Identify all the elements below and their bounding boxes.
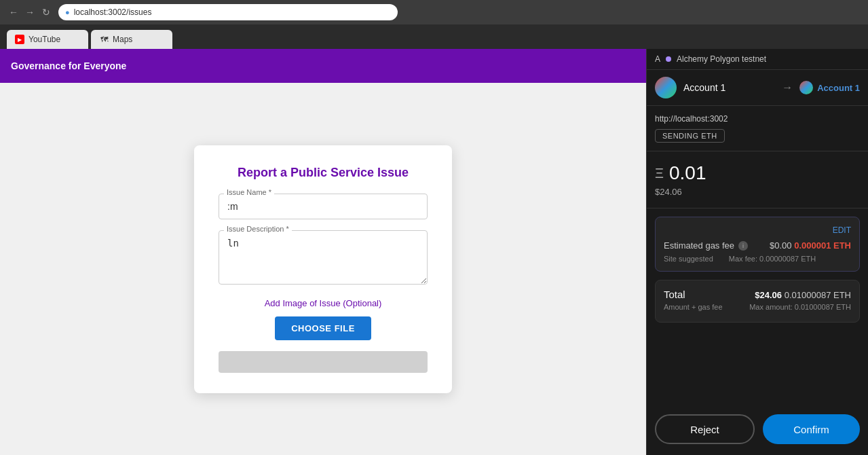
choose-file-button[interactable]: CHOOSE FILE [275, 316, 371, 340]
action-buttons: Reject Confirm [647, 403, 868, 455]
lock-icon: ● [65, 8, 70, 16]
to-account-avatar [799, 81, 813, 94]
to-account-name: Account 1 [817, 83, 860, 93]
submit-bar [219, 351, 428, 373]
tab-maps[interactable]: 🗺 Maps [91, 30, 172, 49]
page-body: Report a Public Service Issue Issue Name… [0, 83, 646, 455]
app-header: Governance for Everyone [0, 49, 646, 83]
add-image-link[interactable]: Add Image of Issue (Optional) [219, 298, 428, 308]
total-eth: 0.01000087 ETH [785, 290, 851, 300]
address-bar[interactable]: ● localhost:3002/issues [58, 4, 398, 20]
gas-fee-row: Estimated gas fee i $0.00 0.000001 ETH [664, 240, 851, 251]
account-arrow-icon: → [782, 81, 793, 94]
modal-title: Report a Public Service Issue [219, 166, 428, 180]
youtube-favicon: ▶ [15, 35, 24, 44]
maps-favicon: 🗺 [99, 35, 109, 44]
tab-maps-label: Maps [113, 35, 132, 44]
gas-eth-value: 0.000001 ETH [794, 240, 851, 251]
issue-name-input[interactable] [219, 194, 428, 219]
edit-gas-link[interactable]: EDIT [664, 225, 851, 235]
total-row: Total $24.06 0.01000087 ETH [664, 289, 851, 300]
tab-youtube[interactable]: ▶ YouTube [7, 30, 88, 49]
amount-gas-label: Amount + gas fee [664, 303, 723, 311]
network-label: Alchemy Polygon testnet [677, 54, 766, 64]
total-gas-row: Amount + gas fee Max amount: 0.01000087 … [664, 303, 851, 311]
issue-name-label: Issue Name * [224, 188, 274, 196]
issue-description-label: Issue Description * [224, 225, 292, 233]
amount-section: Ξ 0.01 $24.06 [647, 151, 868, 208]
back-button[interactable]: ← [8, 7, 19, 18]
network-bar: A Alchemy Polygon testnet [647, 49, 868, 70]
app-title: Governance for Everyone [11, 60, 126, 71]
address-text: localhost:3002/issues [74, 7, 152, 17]
issue-description-input[interactable]: ln [219, 230, 428, 285]
from-account-avatar [655, 77, 677, 98]
tabs-bar: ▶ YouTube 🗺 Maps [0, 24, 868, 49]
total-value: $24.06 0.01000087 ETH [755, 290, 851, 300]
from-account-name: Account 1 [683, 82, 775, 93]
gas-site-suggested: Site suggested Max fee: 0.00000087 ETH [664, 255, 851, 263]
reload-button[interactable]: ↻ [41, 7, 52, 18]
max-amount-label: Max amount: 0.01000087 ETH [749, 303, 851, 311]
metamask-panel: A Alchemy Polygon testnet Account 1 → Ac… [646, 49, 868, 455]
total-usd: $24.06 [755, 290, 782, 300]
gas-fee-section: EDIT Estimated gas fee i $0.00 0.000001 … [655, 217, 860, 272]
site-url: http://localhost:3002 [655, 114, 860, 124]
account-row[interactable]: Account 1 → Account 1 [647, 70, 868, 106]
sending-badge: SENDING ETH [655, 129, 725, 143]
amount-eth-display: Ξ 0.01 [655, 162, 860, 184]
browser-bar: ← → ↻ ● localhost:3002/issues [0, 0, 868, 24]
total-label: Total [664, 289, 685, 300]
eth-symbol: Ξ [655, 166, 664, 181]
browser-controls: ← → ↻ [8, 7, 52, 18]
page-area: Governance for Everyone Report a Public … [0, 49, 646, 455]
network-dot [666, 56, 671, 62]
forward-button[interactable]: → [24, 7, 35, 18]
main-content: Governance for Everyone Report a Public … [0, 49, 868, 455]
gas-info-icon[interactable]: i [738, 241, 748, 251]
gas-eth: 0.000001 ETH [794, 240, 851, 251]
report-modal: Report a Public Service Issue Issue Name… [194, 145, 452, 393]
site-section: http://localhost:3002 SENDING ETH [647, 106, 868, 151]
gas-usd: $0.00 [770, 240, 792, 251]
gas-fee-value: $0.00 0.000001 ETH [770, 240, 851, 251]
issue-description-group: Issue Description * ln [219, 230, 428, 287]
to-account-badge: Account 1 [799, 81, 860, 94]
issue-name-group: Issue Name * [219, 194, 428, 219]
reject-button[interactable]: Reject [655, 414, 755, 444]
confirm-button[interactable]: Confirm [763, 414, 860, 444]
tab-youtube-label: YouTube [29, 35, 60, 44]
network-icon: A [655, 54, 660, 64]
amount-usd-display: $24.06 [655, 187, 860, 197]
amount-eth-value: 0.01 [669, 162, 706, 184]
total-section: Total $24.06 0.01000087 ETH Amount + gas… [655, 280, 860, 323]
gas-fee-label: Estimated gas fee i [664, 240, 748, 251]
